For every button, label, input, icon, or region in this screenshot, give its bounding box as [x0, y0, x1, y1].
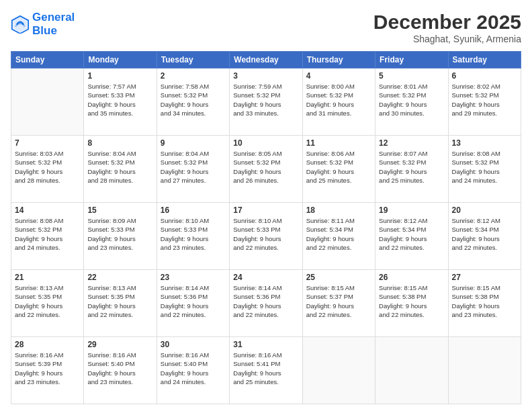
day-number: 21 — [15, 273, 80, 282]
calendar-day — [448, 337, 521, 404]
day-number: 26 — [379, 273, 444, 282]
col-sunday: Sunday — [11, 52, 84, 68]
calendar-day: 2Sunrise: 7:58 AM Sunset: 5:32 PM Daylig… — [157, 68, 229, 136]
calendar-table: Sunday Monday Tuesday Wednesday Thursday… — [11, 51, 521, 404]
calendar-day: 25Sunrise: 8:15 AM Sunset: 5:37 PM Dayli… — [302, 270, 375, 337]
day-info: Sunrise: 8:08 AM Sunset: 5:32 PM Dayligh… — [15, 216, 80, 252]
calendar-day: 22Sunrise: 8:13 AM Sunset: 5:35 PM Dayli… — [84, 270, 157, 337]
calendar-day: 28Sunrise: 8:16 AM Sunset: 5:39 PM Dayli… — [11, 337, 84, 404]
calendar-week-1: 1Sunrise: 7:57 AM Sunset: 5:33 PM Daylig… — [11, 68, 521, 136]
calendar-week-4: 21Sunrise: 8:13 AM Sunset: 5:35 PM Dayli… — [11, 270, 521, 337]
calendar-day: 6Sunrise: 8:02 AM Sunset: 5:32 PM Daylig… — [448, 68, 521, 136]
day-number: 11 — [306, 138, 371, 148]
main-title: December 2025 — [373, 11, 521, 34]
logo-icon — [11, 15, 30, 34]
calendar-day: 29Sunrise: 8:16 AM Sunset: 5:40 PM Dayli… — [84, 337, 157, 404]
calendar-day: 15Sunrise: 8:09 AM Sunset: 5:33 PM Dayli… — [84, 203, 157, 270]
day-info: Sunrise: 8:00 AM Sunset: 5:32 PM Dayligh… — [306, 82, 371, 118]
day-number: 5 — [379, 71, 444, 81]
calendar-day: 9Sunrise: 8:04 AM Sunset: 5:32 PM Daylig… — [157, 136, 229, 203]
calendar-day: 19Sunrise: 8:12 AM Sunset: 5:34 PM Dayli… — [375, 203, 448, 270]
calendar-day: 30Sunrise: 8:16 AM Sunset: 5:40 PM Dayli… — [157, 337, 229, 404]
day-info: Sunrise: 8:10 AM Sunset: 5:33 PM Dayligh… — [161, 216, 226, 252]
day-info: Sunrise: 8:03 AM Sunset: 5:32 PM Dayligh… — [15, 149, 80, 185]
day-number: 20 — [452, 205, 517, 215]
calendar-day: 4Sunrise: 8:00 AM Sunset: 5:32 PM Daylig… — [302, 68, 375, 136]
calendar-day: 8Sunrise: 8:04 AM Sunset: 5:32 PM Daylig… — [84, 136, 157, 203]
day-number: 6 — [452, 71, 517, 81]
day-info: Sunrise: 8:13 AM Sunset: 5:35 PM Dayligh… — [15, 283, 80, 319]
logo-blue-span: General — [32, 11, 75, 24]
calendar-day: 24Sunrise: 8:14 AM Sunset: 5:36 PM Dayli… — [230, 270, 302, 337]
calendar-day: 18Sunrise: 8:11 AM Sunset: 5:34 PM Dayli… — [302, 203, 375, 270]
day-number: 2 — [161, 71, 226, 81]
calendar-day: 31Sunrise: 8:16 AM Sunset: 5:41 PM Dayli… — [230, 337, 302, 404]
day-info: Sunrise: 8:12 AM Sunset: 5:34 PM Dayligh… — [452, 216, 517, 252]
day-info: Sunrise: 8:08 AM Sunset: 5:32 PM Dayligh… — [452, 149, 517, 185]
day-number: 13 — [452, 138, 517, 148]
day-info: Sunrise: 8:11 AM Sunset: 5:34 PM Dayligh… — [306, 216, 371, 252]
calendar-week-2: 7Sunrise: 8:03 AM Sunset: 5:32 PM Daylig… — [11, 136, 521, 203]
day-number: 10 — [233, 138, 298, 148]
day-number: 9 — [161, 138, 226, 148]
calendar-day: 10Sunrise: 8:05 AM Sunset: 5:32 PM Dayli… — [230, 136, 302, 203]
day-info: Sunrise: 8:04 AM Sunset: 5:32 PM Dayligh… — [87, 149, 152, 185]
day-info: Sunrise: 8:14 AM Sunset: 5:36 PM Dayligh… — [233, 283, 298, 319]
col-wednesday: Wednesday — [230, 52, 302, 68]
day-number: 15 — [87, 205, 152, 215]
day-number: 25 — [306, 273, 371, 282]
calendar-day: 1Sunrise: 7:57 AM Sunset: 5:33 PM Daylig… — [84, 68, 157, 136]
svg-marker-0 — [13, 17, 28, 32]
day-number: 17 — [233, 205, 298, 215]
day-info: Sunrise: 8:15 AM Sunset: 5:38 PM Dayligh… — [452, 283, 517, 319]
calendar-day: 12Sunrise: 8:07 AM Sunset: 5:32 PM Dayli… — [375, 136, 448, 203]
calendar-day: 17Sunrise: 8:10 AM Sunset: 5:33 PM Dayli… — [230, 203, 302, 270]
calendar-day: 21Sunrise: 8:13 AM Sunset: 5:35 PM Dayli… — [11, 270, 84, 337]
day-number: 12 — [379, 138, 444, 148]
calendar-day: 23Sunrise: 8:14 AM Sunset: 5:36 PM Dayli… — [157, 270, 229, 337]
day-info: Sunrise: 8:02 AM Sunset: 5:32 PM Dayligh… — [452, 82, 517, 118]
day-number: 30 — [161, 340, 226, 349]
day-number: 14 — [15, 205, 80, 215]
calendar-day: 11Sunrise: 8:06 AM Sunset: 5:32 PM Dayli… — [302, 136, 375, 203]
day-info: Sunrise: 8:01 AM Sunset: 5:32 PM Dayligh… — [379, 82, 444, 118]
logo-line2: Blue — [32, 24, 75, 38]
col-friday: Friday — [375, 52, 448, 68]
day-number: 16 — [161, 205, 226, 215]
logo: General Blue — [11, 11, 75, 37]
day-info: Sunrise: 7:58 AM Sunset: 5:32 PM Dayligh… — [161, 82, 226, 118]
calendar-day: 5Sunrise: 8:01 AM Sunset: 5:32 PM Daylig… — [375, 68, 448, 136]
day-number: 18 — [306, 205, 371, 215]
logo-line1: General — [32, 11, 75, 24]
day-info: Sunrise: 7:59 AM Sunset: 5:32 PM Dayligh… — [233, 82, 298, 118]
day-number: 31 — [233, 340, 298, 349]
calendar-day — [11, 68, 84, 136]
day-number: 3 — [233, 71, 298, 81]
calendar-day: 27Sunrise: 8:15 AM Sunset: 5:38 PM Dayli… — [448, 270, 521, 337]
day-info: Sunrise: 8:14 AM Sunset: 5:36 PM Dayligh… — [161, 283, 226, 319]
col-thursday: Thursday — [302, 52, 375, 68]
day-info: Sunrise: 7:57 AM Sunset: 5:33 PM Dayligh… — [87, 82, 152, 118]
col-saturday: Saturday — [448, 52, 521, 68]
col-monday: Monday — [84, 52, 157, 68]
calendar-day: 26Sunrise: 8:15 AM Sunset: 5:38 PM Dayli… — [375, 270, 448, 337]
day-number: 19 — [379, 205, 444, 215]
day-info: Sunrise: 8:10 AM Sunset: 5:33 PM Dayligh… — [233, 216, 298, 252]
page: General Blue December 2025 Shaghat, Syun… — [0, 0, 532, 411]
day-number: 8 — [87, 138, 152, 148]
title-block: December 2025 Shaghat, Syunik, Armenia — [373, 11, 521, 44]
calendar-day: 14Sunrise: 8:08 AM Sunset: 5:32 PM Dayli… — [11, 203, 84, 270]
calendar-day: 13Sunrise: 8:08 AM Sunset: 5:32 PM Dayli… — [448, 136, 521, 203]
calendar-week-3: 14Sunrise: 8:08 AM Sunset: 5:32 PM Dayli… — [11, 203, 521, 270]
day-info: Sunrise: 8:16 AM Sunset: 5:40 PM Dayligh… — [87, 351, 152, 386]
day-info: Sunrise: 8:05 AM Sunset: 5:32 PM Dayligh… — [233, 149, 298, 185]
day-info: Sunrise: 8:16 AM Sunset: 5:39 PM Dayligh… — [15, 351, 80, 386]
day-info: Sunrise: 8:15 AM Sunset: 5:38 PM Dayligh… — [379, 283, 444, 319]
day-number: 29 — [87, 340, 152, 349]
day-number: 24 — [233, 273, 298, 282]
day-info: Sunrise: 8:09 AM Sunset: 5:33 PM Dayligh… — [87, 216, 152, 252]
calendar-header-row: Sunday Monday Tuesday Wednesday Thursday… — [11, 52, 521, 68]
logo-text-block: General Blue — [32, 11, 75, 37]
day-number: 1 — [87, 71, 152, 81]
subtitle: Shaghat, Syunik, Armenia — [373, 34, 521, 44]
